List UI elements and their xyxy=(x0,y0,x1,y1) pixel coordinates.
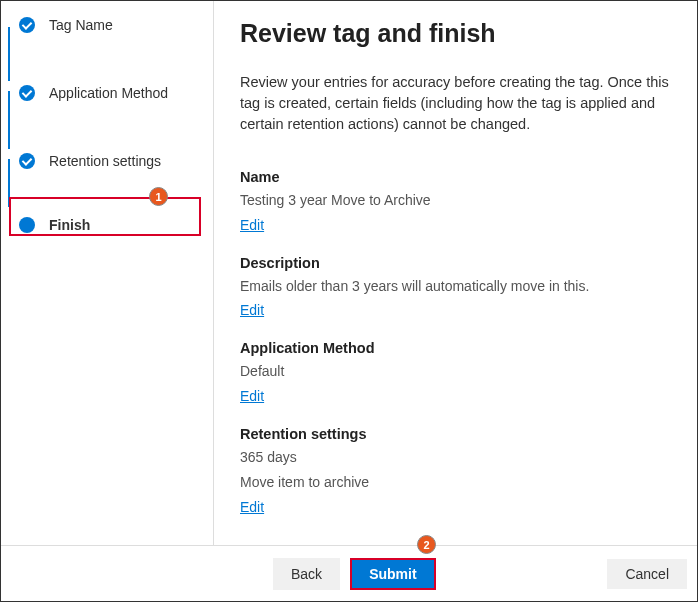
section-application-method: Application Method Default Edit xyxy=(240,340,671,404)
section-name: Name Testing 3 year Move to Archive Edit xyxy=(240,169,671,233)
section-description: Description Emails older than 3 years wi… xyxy=(240,255,671,319)
step-connector xyxy=(8,91,10,149)
footer-bar: Back Submit Cancel xyxy=(1,545,697,601)
section-retention-settings: Retention settings 365 days Move item to… xyxy=(240,426,671,515)
field-label: Name xyxy=(240,169,671,185)
step-label: Application Method xyxy=(49,84,168,102)
step-application-method[interactable]: Application Method xyxy=(19,79,213,107)
callout-badge: 1 xyxy=(149,187,168,206)
field-label: Description xyxy=(240,255,671,271)
edit-description-link[interactable]: Edit xyxy=(240,302,264,318)
field-value: Default xyxy=(240,362,671,382)
field-value: 365 days xyxy=(240,448,671,468)
page-title: Review tag and finish xyxy=(240,19,671,48)
step-tag-name[interactable]: Tag Name xyxy=(19,11,213,39)
check-icon xyxy=(19,17,35,33)
step-label: Retention settings xyxy=(49,152,161,170)
wizard-sidebar: Tag Name Application Method Retention se… xyxy=(1,1,214,545)
field-label: Application Method xyxy=(240,340,671,356)
field-value: Emails older than 3 years will automatic… xyxy=(240,277,671,297)
edit-retention-settings-link[interactable]: Edit xyxy=(240,499,264,515)
submit-button[interactable]: Submit xyxy=(350,558,435,590)
back-button[interactable]: Back xyxy=(273,558,340,590)
callout-badge: 2 xyxy=(417,535,436,554)
highlight-box xyxy=(9,197,201,236)
step-connector xyxy=(8,27,10,81)
field-value: Move item to archive xyxy=(240,473,671,493)
main-content: Review tag and finish Review your entrie… xyxy=(214,1,697,545)
page-intro: Review your entries for accuracy before … xyxy=(240,72,671,135)
field-value: Testing 3 year Move to Archive xyxy=(240,191,671,211)
field-label: Retention settings xyxy=(240,426,671,442)
step-retention-settings[interactable]: Retention settings xyxy=(19,147,213,175)
current-step-icon xyxy=(19,217,35,233)
edit-name-link[interactable]: Edit xyxy=(240,217,264,233)
step-label: Tag Name xyxy=(49,16,113,34)
edit-application-method-link[interactable]: Edit xyxy=(240,388,264,404)
cancel-button[interactable]: Cancel xyxy=(607,559,687,589)
check-icon xyxy=(19,153,35,169)
check-icon xyxy=(19,85,35,101)
